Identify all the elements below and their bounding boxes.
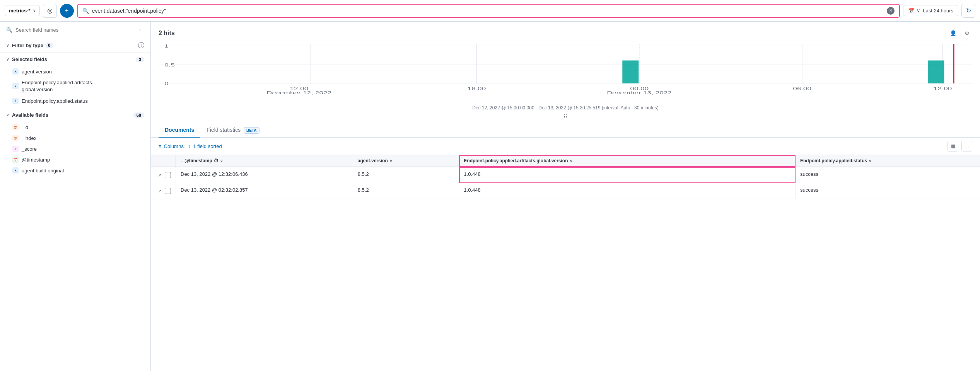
content-area: 2 hits 👤 ⚙ 1 0.5 0 [151,22,980,371]
inspector-btn[interactable]: 👤 [948,28,958,39]
index-chevron-icon: ∨ [33,9,36,13]
chart-area: 1 0.5 0 12:00 December 12, 2022 18:00 00 [151,42,980,104]
sort-btn[interactable]: ↕ 1 field sorted [188,143,222,149]
sidebar-search-input[interactable] [15,27,135,33]
filter-label: ∨ Filter by type 0 [6,43,53,48]
field-item-timestamp[interactable]: 📅 @timestamp [0,154,150,165]
table-head: ↓ @timestamp ⏱ ∨ agent.version ∨ [151,155,980,167]
svg-rect-11 [622,60,639,83]
refresh-btn[interactable]: ↻ [961,4,975,18]
type-k-icon: k [12,167,19,174]
available-count-badge: 68 [133,112,144,118]
table-row: ↗ Dec 13, 2022 @ 12:32:06.436 8.5.2 1.0.… [151,167,980,183]
discover-icon-btn[interactable]: ◎ [43,4,57,18]
svg-text:06:00: 06:00 [793,86,811,91]
field-item-score[interactable]: # _score [0,143,150,154]
search-clear-btn[interactable]: ✕ [887,7,895,15]
topbar-right: 📅 ∨ Last 24 hours ↻ [903,4,975,18]
beta-badge: BETA [244,127,259,134]
filter-chevron-icon[interactable]: ∨ [6,43,9,48]
sidebar-search-icon: 🔍 [6,27,12,33]
row-actions-cell: ↗ [151,167,176,183]
cell-endpoint-1: 1.0.448 [459,167,796,183]
svg-text:0: 0 [164,81,169,86]
field-item-index[interactable]: @ _index [0,133,150,143]
filter-count-badge: 0 [46,43,53,48]
collapse-sidebar-btn[interactable]: ← [138,26,144,33]
sidebar: 🔍 ← ∨ Filter by type 0 i ∨ Selected fiel… [0,22,151,371]
tab-documents[interactable]: Documents [159,123,200,138]
time-selector[interactable]: 📅 ∨ Last 24 hours [903,5,958,16]
data-table: ↓ @timestamp ⏱ ∨ agent.version ∨ [151,155,980,199]
search-input[interactable] [92,8,884,14]
available-fields-header[interactable]: ∨ Available fields 68 [0,108,150,122]
type-at-icon: @ [12,124,19,130]
fullscreen-icon: ⛶ [965,143,969,149]
time-range-label: Dec 12, 2022 @ 15:00:00.000 - Dec 13, 20… [151,104,980,114]
type-k-icon: k [12,68,19,75]
columns-btn[interactable]: ≡ Columns [159,143,184,149]
field-item-endpoint-global-version[interactable]: k Endpoint.policy.applied.artifacts.glob… [0,77,150,95]
plus-icon: + [65,7,68,14]
field-item-id[interactable]: @ _id [0,122,150,133]
svg-text:December 13, 2022: December 13, 2022 [607,90,672,95]
available-chevron-icon: ∨ [6,113,9,117]
filter-row: ∨ Filter by type 0 i [0,38,150,53]
available-fields-label: Available fields [12,112,48,118]
topbar: metrics-* ∨ ◎ + 🔍 ✕ 📅 ∨ Last 24 hours ↻ [0,0,980,22]
add-filter-btn[interactable]: + [60,4,74,18]
settings-btn[interactable]: ⚙ [961,28,972,39]
hits-count: 2 hits [159,30,175,37]
toolbar-right: ▦ ⛶ [948,141,972,151]
main-layout: 🔍 ← ∨ Filter by type 0 i ∨ Selected fiel… [0,22,980,371]
th-endpoint-status[interactable]: Endpoint.policy.applied.status ∨ [796,155,980,167]
field-item-endpoint-status[interactable]: k Endpoint.policy.applied.status [0,95,150,106]
hits-header: 2 hits 👤 ⚙ [151,22,980,42]
th-agent-version[interactable]: agent.version ∨ [353,155,459,167]
th-endpoint-version[interactable]: Endpoint.policy.applied.artifacts.global… [459,155,796,167]
sidebar-search: 🔍 ← [0,22,150,38]
svg-text:18:00: 18:00 [468,86,486,91]
index-label: metrics-* [9,8,31,14]
table-icon: ▦ [951,143,955,149]
cell-timestamp-2: Dec 13, 2022 @ 02:32:02.857 [176,183,353,199]
index-selector[interactable]: metrics-* ∨ [5,5,40,16]
expand-row-btn[interactable]: ↗ [155,171,163,179]
type-cal-icon: 📅 [12,157,19,163]
selected-fields-label: Selected fields [12,56,47,62]
hits-icons: 👤 ⚙ [948,28,972,39]
table-view-btn[interactable]: ▦ [948,141,958,151]
row-checkbox-2[interactable] [165,188,171,194]
clock-icon: ⏱ [214,158,219,163]
toolbar-row: ≡ Columns ↕ 1 field sorted ▦ ⛶ [151,138,980,155]
row-checkbox[interactable] [165,172,171,178]
expand-row-btn-2[interactable]: ↗ [155,187,163,195]
sort-desc-icon: ↓ [181,158,183,163]
list-icon: ≡ [159,143,162,149]
chevron-time-icon: ∨ [917,8,920,14]
svg-text:1: 1 [164,44,169,48]
th-status-chevron-icon: ∨ [869,159,871,163]
fullscreen-btn[interactable]: ⛶ [961,141,972,151]
svg-text:12:00: 12:00 [934,86,952,91]
type-at-icon: @ [12,135,19,141]
tabs-row: Documents Field statistics BETA [151,123,980,138]
selected-fields-header[interactable]: ∨ Selected fields 3 [0,53,150,66]
type-hash-icon: # [12,146,19,152]
tab-field-statistics[interactable]: Field statistics BETA [200,123,265,138]
chat-icon: ◎ [47,7,53,14]
table-wrap: ↓ @timestamp ⏱ ∨ agent.version ∨ [151,155,980,199]
toolbar-left: ≡ Columns ↕ 1 field sorted [159,143,222,149]
field-item-agent-build[interactable]: k agent.build.original [0,165,150,176]
th-timestamp[interactable]: ↓ @timestamp ⏱ ∨ [176,155,353,167]
filter-info-icon[interactable]: i [138,42,144,48]
type-k-icon: k [12,83,19,89]
row-actions-cell-2: ↗ [151,183,176,199]
field-item-agent-version[interactable]: k agent.version [0,66,150,77]
drag-handle[interactable]: ⠿ [151,114,980,123]
sort-icon: ↕ [188,143,191,149]
th-chevron-icon: ∨ [220,159,223,163]
refresh-icon: ↻ [966,7,971,14]
svg-text:0.5: 0.5 [164,63,175,67]
th-actions [151,155,176,167]
